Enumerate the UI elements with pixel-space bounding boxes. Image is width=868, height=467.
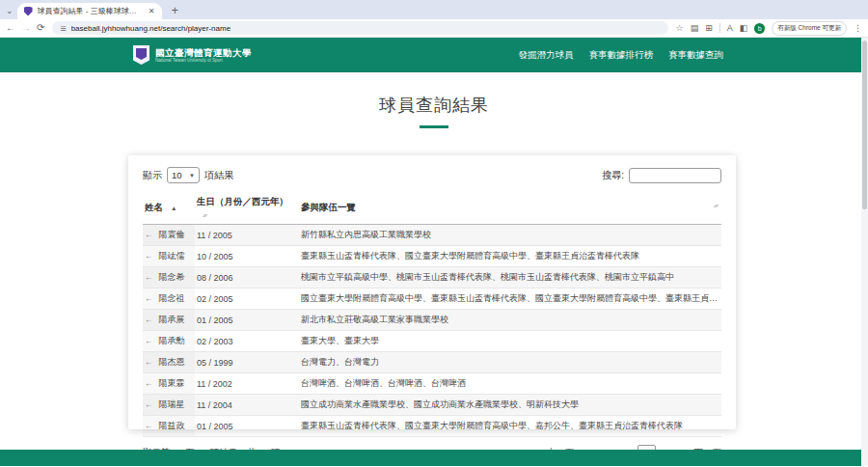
translate-icon[interactable]: A <box>727 24 733 33</box>
results-table: 姓名▲ 生日（月份／西元年）▴▾ 參與隊伍一覽▴▾ ←陽寰倫11 / 2005新… <box>143 192 721 437</box>
row-expand-icon[interactable]: ← <box>145 230 153 239</box>
player-name-cell: ←陽承展 <box>143 310 195 331</box>
side-panel-icon[interactable]: ◧ <box>740 24 748 33</box>
logo-title: 國立臺灣體育運動大學 <box>155 47 252 58</box>
site-info-icon[interactable]: ☰ <box>60 25 66 32</box>
player-name-cell: ←陽承勳 <box>143 331 195 352</box>
player-name-cell: ←陽杰恩 <box>143 352 195 373</box>
tab-strip: ⌄ 球員查詢結果 - 三級棒球球探計劃 ✕ + <box>0 0 868 19</box>
column-header-dob[interactable]: 生日（月份／西元年）▴▾ <box>195 192 299 225</box>
player-name: 陽杰恩 <box>159 357 185 367</box>
player-name-cell: ←陽竑儒 <box>143 246 195 267</box>
player-name-cell: ←陽念希 <box>143 267 195 288</box>
university-shield-icon <box>133 45 149 65</box>
player-teams-cell: 國立臺東大學附屬體育高級中學、臺東縣玉山盃青棒代表隊、國立臺東大學附屬體育高級中… <box>299 288 721 310</box>
page-title: 球員查詢結果 <box>0 94 868 117</box>
row-expand-icon[interactable]: ← <box>145 272 153 282</box>
sort-icon: ▴▾ <box>714 202 718 208</box>
address-bar[interactable]: ☰ baseball.jyhhowhuang.net/search/player… <box>52 21 667 35</box>
search-input[interactable] <box>629 168 721 183</box>
extensions-icon[interactable]: ⊞ <box>705 24 713 33</box>
browser-tab[interactable]: 球員查詢結果 - 三級棒球球探計劃 ✕ <box>17 3 162 19</box>
player-name: 陽益政 <box>159 421 185 430</box>
table-row: ←陽竑儒10 / 2005臺東縣玉山盃青棒代表隊、國立臺東大學附屬體育高級中學、… <box>143 246 721 267</box>
player-name-cell: ←陽念祖 <box>143 288 195 310</box>
university-logo[interactable]: 國立臺灣體育運動大學 National Taiwan University of… <box>133 45 252 65</box>
logo-subtitle: National Taiwan University of Sport <box>155 58 252 63</box>
back-icon[interactable]: ← <box>6 23 15 33</box>
bookmark-star-icon[interactable]: ☆ <box>676 24 684 33</box>
player-dob-cell: 05 / 1999 <box>195 352 299 373</box>
player-name-cell: ←陽寰倫 <box>143 225 195 246</box>
player-name: 陽念希 <box>159 272 185 282</box>
player-name: 陽寰倫 <box>159 230 185 239</box>
results-card: 顯示 10 ▼ 項結果 搜尋: 姓名▲ 生日（月份／西元年）▴▾ <box>128 155 736 429</box>
player-dob-cell: 11 / 2002 <box>195 373 299 395</box>
results-table-head: 姓名▲ 生日（月份／西元年）▴▾ 參與隊伍一覽▴▾ <box>143 192 721 225</box>
chrome-update-chip[interactable]: 有新版 Chrome 可更新 <box>772 21 847 36</box>
row-expand-icon[interactable]: ← <box>145 315 153 324</box>
column-header-name[interactable]: 姓名▲ <box>143 192 195 225</box>
player-name: 陽承展 <box>159 315 185 324</box>
row-expand-icon[interactable]: ← <box>145 378 153 388</box>
player-name: 陽承勳 <box>159 336 185 345</box>
more-menu-icon[interactable]: ⋮ <box>854 24 862 33</box>
nav-item-stats-rankings[interactable]: 賽事數據排行榜 <box>589 49 654 62</box>
row-expand-icon[interactable]: ← <box>145 357 153 367</box>
player-name-cell: ←陽東霖 <box>143 373 195 395</box>
player-name: 陽竑儒 <box>159 251 185 261</box>
new-tab-button[interactable]: + <box>172 4 179 16</box>
player-name: 陽念祖 <box>159 293 185 303</box>
player-dob-cell: 11 / 2004 <box>195 395 299 416</box>
player-teams-cell: 台灣電力、台灣電力 <box>299 352 721 373</box>
toolbar-actions: ☆ ▤ ⊞ A ◧ b 有新版 Chrome 可更新 ⋮ <box>676 21 862 36</box>
player-name-cell: ←陽瑞星 <box>143 395 195 416</box>
search-label: 搜尋: <box>602 169 624 182</box>
scrollbar-thumb[interactable] <box>862 41 867 209</box>
browser-toolbar: ← → ⟳ ☰ baseball.jyhhowhuang.net/search/… <box>0 19 868 38</box>
table-row: ←陽承勳02 / 2003臺東大學、臺東大學 <box>143 331 721 352</box>
column-header-teams[interactable]: 參與隊伍一覽▴▾ <box>299 192 721 225</box>
length-label-suffix: 項結果 <box>204 169 233 182</box>
player-teams-cell: 臺東大學、臺東大學 <box>299 331 721 352</box>
reload-icon[interactable]: ⟳ <box>37 23 44 33</box>
profile-avatar[interactable]: b <box>754 23 765 34</box>
nav-item-discover-players[interactable]: 發掘潛力球員 <box>519 49 574 62</box>
url-text: baseball.jyhhowhuang.net/search/player-n… <box>71 24 231 33</box>
length-select-value: 10 <box>172 170 182 180</box>
tab-title: 球員查詢結果 - 三級棒球球探計劃 <box>38 6 144 16</box>
sort-asc-icon: ▲ <box>171 205 176 211</box>
sort-icon: ▴▾ <box>203 212 206 218</box>
main-nav: 發掘潛力球員 賽事數據排行榜 賽事數據查詢 <box>519 49 724 62</box>
web-page: 國立臺灣體育運動大學 National Taiwan University of… <box>0 38 868 466</box>
player-teams-cell: 桃園市立平鎮高級中學、桃園市玉山盃青棒代表隊、桃園市玉山盃青棒代表隊、桃園市立平… <box>299 267 721 288</box>
length-select[interactable]: 10 ▼ <box>167 167 200 183</box>
player-teams-cell: 國立成功商業水產職業學校、國立成功商業水產職業學校、明新科技大學 <box>299 395 721 416</box>
page-scrollbar[interactable] <box>861 38 868 466</box>
player-teams-cell: 臺東縣玉山盃青棒代表隊、國立臺東大學附屬體育高級中學、臺東縣王貞治盃青棒代表隊 <box>299 246 721 267</box>
player-teams-cell: 臺東縣玉山盃青棒代表隊、國立臺東大學附屬體育高級中學、嘉邦公牛、臺東縣王貞治盃青… <box>299 416 721 437</box>
table-row: ←陽杰恩05 / 1999台灣電力、台灣電力 <box>143 352 721 373</box>
player-teams-cell: 新竹縣私立內思高級工業職業學校 <box>299 225 721 246</box>
row-expand-icon[interactable]: ← <box>145 293 153 303</box>
forward-icon[interactable]: → <box>21 23 31 33</box>
player-dob-cell: 02 / 2003 <box>195 331 299 352</box>
table-row: ←陽念祖02 / 2005國立臺東大學附屬體育高級中學、臺東縣玉山盃青棒代表隊、… <box>143 288 721 310</box>
table-row: ←陽瑞星11 / 2004國立成功商業水產職業學校、國立成功商業水產職業學校、明… <box>143 395 721 416</box>
browser-window: ⌄ 球員查詢結果 - 三級棒球球探計劃 ✕ + ← → ⟳ ☰ baseball… <box>0 0 868 467</box>
reading-list-icon[interactable]: ▤ <box>691 24 699 33</box>
row-expand-icon[interactable]: ← <box>145 251 153 261</box>
player-dob-cell: 02 / 2005 <box>195 288 299 310</box>
tab-search-icon[interactable]: ⌄ <box>6 7 14 15</box>
player-dob-cell: 08 / 2006 <box>195 267 299 288</box>
player-name-cell: ←陽益政 <box>143 416 195 437</box>
row-expand-icon[interactable]: ← <box>145 336 153 345</box>
row-expand-icon[interactable]: ← <box>145 421 153 430</box>
table-row: ←陽念希08 / 2006桃園市立平鎮高級中學、桃園市玉山盃青棒代表隊、桃園市玉… <box>143 267 721 288</box>
row-expand-icon[interactable]: ← <box>145 399 153 409</box>
tab-close-icon[interactable]: ✕ <box>149 8 155 15</box>
table-controls: 顯示 10 ▼ 項結果 搜尋: <box>143 167 721 183</box>
table-row: ←陽東霖11 / 2002台灣啤酒、台灣啤酒、台灣啤酒、台灣啤酒 <box>143 373 721 395</box>
player-dob-cell: 01 / 2005 <box>195 310 299 331</box>
nav-item-stats-search[interactable]: 賽事數據查詢 <box>668 49 723 62</box>
